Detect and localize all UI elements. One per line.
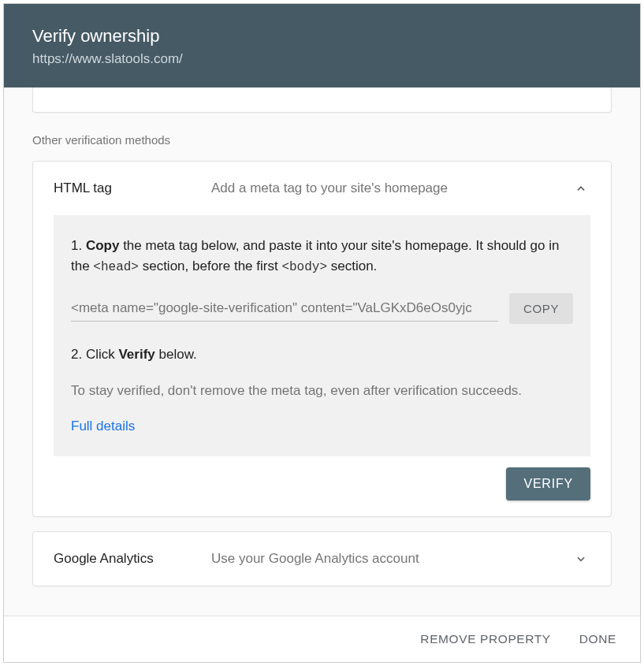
google-analytics-header[interactable]: Google Analytics Use your Google Analyti… — [33, 532, 611, 586]
copy-button[interactable]: COPY — [509, 293, 573, 324]
step2-bold: Verify — [118, 347, 154, 362]
done-button[interactable]: DONE — [579, 632, 616, 646]
modal-title: Verify ownership — [32, 26, 612, 47]
html-tag-body: 1. Copy the meta tag below, and paste it… — [54, 215, 590, 456]
html-tag-title: HTML tag — [54, 180, 211, 196]
step-1: 1. Copy the meta tag below, and paste it… — [71, 236, 573, 277]
html-tag-desc: Add a meta tag to your site's homepage — [211, 180, 571, 196]
ga-title: Google Analytics — [54, 551, 211, 567]
step1-suffix: section. — [327, 259, 377, 273]
meta-copy-row: COPY — [71, 293, 573, 324]
modal-content[interactable]: Other verification methods HTML tag Add … — [4, 87, 640, 616]
stay-verified-note: To stay verified, don't remove the meta … — [71, 381, 573, 401]
step1-mid2: section, before the first — [139, 259, 281, 273]
step1-code1: <head> — [93, 260, 139, 274]
verify-button[interactable]: VERIFY — [506, 467, 590, 500]
step2-suffix: below. — [155, 347, 197, 362]
step1-code2: <body> — [281, 260, 327, 274]
full-details-link[interactable]: Full details — [71, 419, 135, 433]
html-tag-header[interactable]: HTML tag Add a meta tag to your site's h… — [33, 162, 611, 215]
html-tag-card: HTML tag Add a meta tag to your site's h… — [32, 161, 612, 517]
previous-card-bottom — [32, 87, 612, 113]
html-tag-actions: VERIFY — [33, 456, 611, 516]
meta-tag-input[interactable] — [71, 296, 498, 322]
modal-url: https://www.slatools.com/ — [32, 51, 612, 67]
step2-prefix: 2. Click — [71, 347, 118, 362]
chevron-up-icon — [571, 179, 590, 198]
modal-footer: REMOVE PROPERTY DONE — [4, 616, 640, 662]
ga-desc: Use your Google Analytics account — [211, 551, 571, 567]
remove-property-button[interactable]: REMOVE PROPERTY — [420, 632, 550, 646]
step-2: 2. Click Verify below. — [71, 344, 573, 365]
step1-prefix: 1. — [71, 238, 86, 253]
modal-header: Verify ownership https://www.slatools.co… — [4, 4, 640, 87]
section-label: Other verification methods — [4, 113, 640, 161]
google-analytics-card: Google Analytics Use your Google Analyti… — [32, 531, 612, 586]
verify-ownership-modal: Verify ownership https://www.slatools.co… — [3, 3, 641, 663]
chevron-down-icon — [571, 549, 590, 568]
step1-bold: Copy — [86, 238, 120, 253]
